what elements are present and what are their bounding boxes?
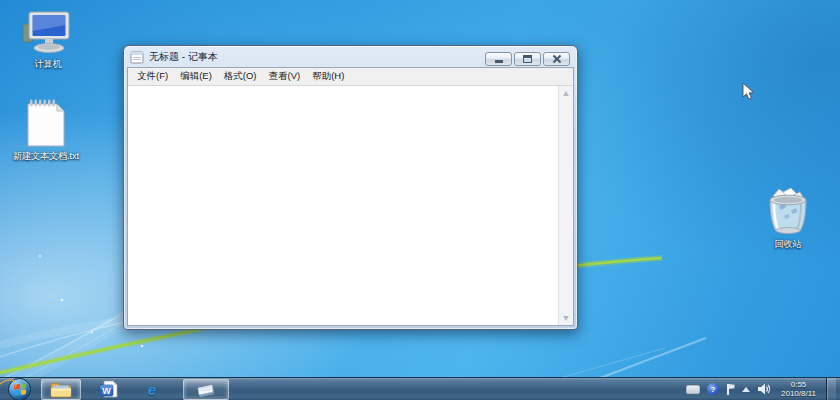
maximize-icon	[523, 55, 532, 63]
desktop-icon-label: 计算机	[8, 59, 88, 70]
vertical-scrollbar[interactable]	[558, 86, 573, 325]
menu-view[interactable]: 查看(V)	[263, 68, 307, 85]
notepad-window: 无标题 - 记事本 文件(F) 编辑(E) 格式(O) 查看(V) 帮助(H)	[123, 45, 578, 330]
notepad-icon	[195, 381, 217, 398]
ie-icon: e	[148, 381, 156, 398]
help-icon[interactable]: ?	[707, 383, 719, 395]
maximize-button[interactable]	[514, 52, 541, 66]
text-document-icon	[6, 98, 86, 148]
notepad-menubar: 文件(F) 编辑(E) 格式(O) 查看(V) 帮助(H)	[128, 68, 573, 85]
desktop-background[interactable]: 计算机 新建文本文档.txt	[0, 0, 840, 400]
taskbar-button-notepad[interactable]	[183, 379, 229, 400]
computer-icon	[8, 6, 88, 56]
notepad-client-area: 文件(F) 编辑(E) 格式(O) 查看(V) 帮助(H)	[127, 67, 574, 326]
word-icon: W	[99, 380, 118, 398]
desktop-icon-label: 新建文本文档.txt	[6, 151, 86, 162]
action-center-flag-icon[interactable]	[726, 384, 735, 395]
taskbar-button-internet-explorer[interactable]: e	[137, 379, 167, 400]
caption-buttons	[485, 52, 570, 66]
show-hidden-icons-button[interactable]	[742, 387, 750, 392]
scroll-down-button[interactable]	[559, 311, 573, 325]
desktop-icon-label: 回收站	[748, 239, 828, 250]
menu-help[interactable]: 帮助(H)	[306, 68, 350, 85]
desktop-icon-recycle-bin[interactable]: 回收站	[748, 186, 828, 250]
notepad-titlebar[interactable]: 无标题 - 记事本	[124, 46, 577, 67]
folder-icon	[50, 381, 72, 398]
clock-date: 2010/8/11	[781, 389, 816, 398]
up-arrow-icon	[742, 387, 750, 392]
taskbar-button-word[interactable]: W	[93, 379, 123, 400]
desktop-icon-computer[interactable]: 计算机	[8, 6, 88, 70]
show-desktop-button[interactable]	[826, 378, 836, 400]
taskbar: W e ?	[0, 377, 840, 400]
clock-time: 0:55	[781, 380, 816, 389]
taskbar-button-explorer[interactable]	[41, 379, 81, 400]
menu-format[interactable]: 格式(O)	[218, 68, 263, 85]
desktop-icon-new-text-document[interactable]: 新建文本文档.txt	[6, 98, 86, 162]
minimize-icon	[495, 60, 503, 63]
scroll-down-arrow-icon	[563, 316, 569, 321]
keyboard-indicator-icon[interactable]	[686, 385, 700, 394]
system-tray: ? 0:55 2010/8/11	[686, 378, 836, 400]
notepad-window-icon	[130, 50, 144, 64]
scroll-up-button[interactable]	[559, 86, 573, 100]
window-title: 无标题 - 记事本	[149, 50, 218, 64]
close-icon	[552, 54, 562, 64]
svg-text:W: W	[102, 386, 111, 396]
recycle-bin-icon	[748, 186, 828, 236]
taskbar-clock[interactable]: 0:55 2010/8/11	[781, 380, 816, 398]
scroll-up-arrow-icon	[563, 91, 569, 96]
notepad-edit-wrapper	[128, 85, 573, 325]
notepad-text-area[interactable]	[128, 86, 558, 325]
minimize-button[interactable]	[485, 52, 512, 66]
volume-icon[interactable]	[757, 383, 771, 395]
menu-edit[interactable]: 编辑(E)	[174, 68, 218, 85]
close-button[interactable]	[543, 52, 570, 66]
menu-file[interactable]: 文件(F)	[131, 68, 174, 85]
